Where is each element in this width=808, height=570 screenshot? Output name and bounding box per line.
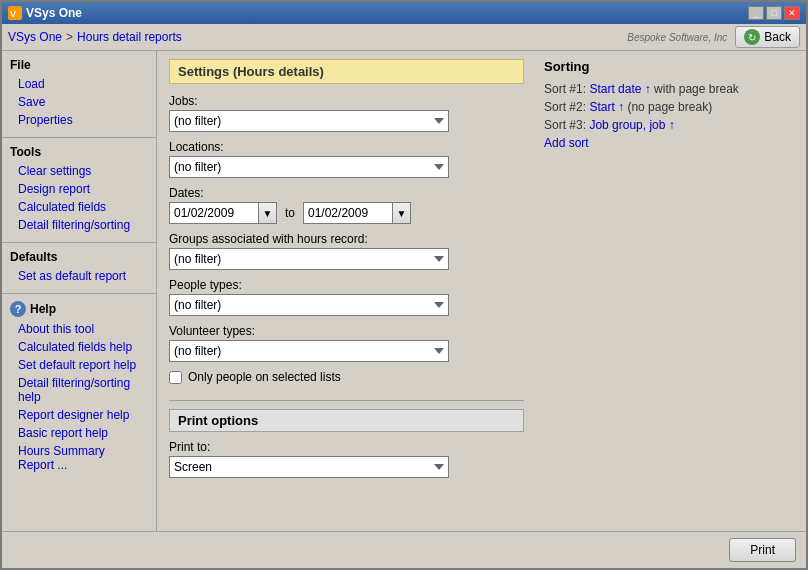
volunteer-types-select[interactable]: (no filter)Filter 1Filter 2Filter 3 [169,340,449,362]
people-types-select[interactable]: (no filter)Filter 1Filter 2Filter 3 [169,294,449,316]
date-to-picker[interactable]: ▼ [393,202,411,224]
sidebar-item-load[interactable]: Load [2,75,156,93]
title-bar-left: V VSys One [8,6,82,20]
sidebar-item-hours-summary-help[interactable]: Hours Summary Report ... [2,442,156,474]
header-right: Bespoke Software, Inc ↻ Back [627,26,800,48]
sidebar-section-help: ? Help About this tool Calculated fields… [2,298,156,474]
sort3-label: Sort #3: [544,118,586,132]
back-button[interactable]: ↻ Back [735,26,800,48]
people-types-row: People types: (no filter)Filter 1Filter … [169,278,524,316]
sidebar-help-header: ? Help [2,298,156,320]
sort-row-1: Sort #1: Start date ↑ with page break [544,82,794,96]
divider-1 [2,137,156,138]
checkbox-row: Only people on selected lists [169,370,524,384]
title-bar: V VSys One _ □ ✕ [2,2,806,24]
sidebar-item-set-default[interactable]: Set as default report [2,267,156,285]
sidebar-item-report-designer-help[interactable]: Report designer help [2,406,156,424]
dates-label: Dates: [169,186,524,200]
print-to-label: Print to: [169,440,524,454]
sort3-link[interactable]: Job group, job ↑ [589,118,674,132]
sidebar-defaults-header: Defaults [2,247,156,267]
content-layout: Settings (Hours details) Jobs: (no filte… [169,59,794,486]
sidebar-item-design-report[interactable]: Design report [2,180,156,198]
left-panel: Settings (Hours details) Jobs: (no filte… [169,59,524,486]
toolbar: VSys One > Hours detail reports Bespoke … [2,24,806,51]
dates-row: Dates: ▼ to ▼ [169,186,524,224]
bespoke-label: Bespoke Software, Inc [627,32,727,43]
divider-2 [2,242,156,243]
groups-row: Groups associated with hours record: (no… [169,232,524,270]
sidebar-section-defaults: Defaults Set as default report [2,247,156,285]
sidebar: File Load Save Properties Tools Clear se… [2,51,157,531]
sort-row-2: Sort #2: Start ↑ (no page break) [544,100,794,114]
sidebar-item-properties[interactable]: Properties [2,111,156,129]
date-from-wrapper: ▼ [169,202,277,224]
settings-title: Settings (Hours details) [169,59,524,84]
content-area: Settings (Hours details) Jobs: (no filte… [157,51,806,531]
sidebar-item-detail-filtering[interactable]: Detail filtering/sorting [2,216,156,234]
date-to-input[interactable] [303,202,393,224]
sort2-sep: (no page break) [627,100,712,114]
back-icon: ↻ [744,29,760,45]
sidebar-item-set-default-help[interactable]: Set default report help [2,356,156,374]
sidebar-item-calculated-fields-help[interactable]: Calculated fields help [2,338,156,356]
print-to-row: Print to: Screen Printer PDF Excel [169,440,524,478]
jobs-select[interactable]: (no filter)Filter 1Filter 2Filter 3 [169,110,449,132]
sorting-section: Sorting Sort #1: Start date ↑ with page … [544,59,794,150]
sidebar-item-clear-settings[interactable]: Clear settings [2,162,156,180]
sidebar-section-tools: Tools Clear settings Design report Calcu… [2,142,156,234]
date-to-sep: to [285,206,295,220]
add-sort-link[interactable]: Add sort [544,136,794,150]
close-button[interactable]: ✕ [784,6,800,20]
sidebar-item-basic-report-help[interactable]: Basic report help [2,424,156,442]
locations-label: Locations: [169,140,524,154]
only-selected-lists-label: Only people on selected lists [188,370,341,384]
svg-text:V: V [10,9,16,19]
title-bar-controls: _ □ ✕ [748,6,800,20]
window-title: VSys One [26,6,82,20]
app-icon: V [8,6,22,20]
breadcrumb: VSys One > Hours detail reports [8,30,182,44]
sort1-sep: with page break [654,82,739,96]
print-section: Print options Print to: Screen Printer P… [169,400,524,478]
sidebar-item-about[interactable]: About this tool [2,320,156,338]
sidebar-tools-header: Tools [2,142,156,162]
right-panel: Sorting Sort #1: Start date ↑ with page … [544,59,794,486]
sort2-link[interactable]: Start ↑ [589,100,624,114]
groups-label: Groups associated with hours record: [169,232,524,246]
sort2-label: Sort #2: [544,100,586,114]
footer: Print [2,531,806,568]
sorting-title: Sorting [544,59,794,74]
maximize-button[interactable]: □ [766,6,782,20]
print-button[interactable]: Print [729,538,796,562]
locations-select[interactable]: (no filter)Filter 1Filter 2Filter 3 [169,156,449,178]
sidebar-file-header: File [2,55,156,75]
sort-row-3: Sort #3: Job group, job ↑ [544,118,794,132]
date-from-input[interactable] [169,202,259,224]
divider-3 [2,293,156,294]
back-label: Back [764,30,791,44]
jobs-row: Jobs: (no filter)Filter 1Filter 2Filter … [169,94,524,132]
date-to-wrapper: ▼ [303,202,411,224]
sidebar-item-detail-filtering-help[interactable]: Detail filtering/sorting help [2,374,156,406]
minimize-button[interactable]: _ [748,6,764,20]
date-from-picker[interactable]: ▼ [259,202,277,224]
groups-select[interactable]: (no filter)Filter 1Filter 2Filter 3 [169,248,449,270]
print-to-select[interactable]: Screen Printer PDF Excel [169,456,449,478]
sort1-link[interactable]: Start date ↑ [589,82,650,96]
only-selected-lists-checkbox[interactable] [169,371,182,384]
jobs-label: Jobs: [169,94,524,108]
sidebar-item-save[interactable]: Save [2,93,156,111]
sidebar-item-calculated-fields[interactable]: Calculated fields [2,198,156,216]
people-types-label: People types: [169,278,524,292]
main-window: V VSys One _ □ ✕ VSys One > Hours detail… [0,0,808,570]
breadcrumb-current[interactable]: Hours detail reports [77,30,182,44]
volunteer-types-label: Volunteer types: [169,324,524,338]
volunteer-types-row: Volunteer types: (no filter)Filter 1Filt… [169,324,524,362]
sort1-label: Sort #1: [544,82,586,96]
sidebar-help-label: Help [30,302,56,316]
print-options-title: Print options [169,409,524,432]
main-content: File Load Save Properties Tools Clear se… [2,51,806,531]
help-icon: ? [10,301,26,317]
breadcrumb-home[interactable]: VSys One [8,30,62,44]
